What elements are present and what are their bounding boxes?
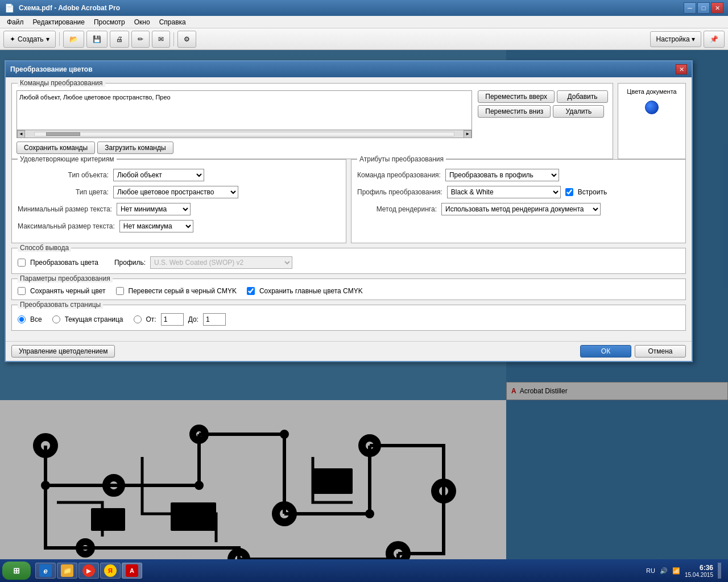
type-color-select[interactable]: Любое цветовое пространство	[113, 186, 238, 198]
taskbar-date: 15.04.2015	[685, 572, 713, 578]
commands-list[interactable]: Любой объект, Любое цветовое пространств…	[16, 90, 472, 130]
convert-colors-checkbox[interactable]	[18, 259, 26, 267]
dialog-close-button[interactable]: ✕	[676, 64, 687, 74]
cancel-button[interactable]: Отмена	[635, 345, 686, 357]
taskbar-ie[interactable]: e	[35, 563, 56, 579]
taskbar-network-icon: 📶	[672, 567, 680, 575]
open-button[interactable]: 📂	[63, 31, 84, 48]
maximize-button[interactable]: □	[697, 2, 710, 14]
params-section: Параметры преобразования Сохранять черны…	[11, 278, 686, 300]
dialog-title: Преобразование цветов	[10, 65, 676, 73]
window-controls: ─ □ ✕	[684, 2, 723, 14]
keep-black-label: Сохранять черный цвет	[30, 287, 106, 295]
scroll-track[interactable]	[34, 132, 454, 136]
email-button[interactable]: ✉	[152, 31, 170, 48]
show-desktop-icon[interactable]	[718, 563, 721, 579]
convert-profile-label: Профиль преобразования:	[357, 188, 442, 196]
command-list-item: Любой объект, Любое цветовое пространств…	[19, 94, 171, 101]
print-button[interactable]: 🖨	[110, 31, 129, 48]
output-label: Способ вывода	[18, 244, 71, 252]
menu-view[interactable]: Просмотр	[89, 17, 130, 27]
criteria-label: Удовлетворяющие критериям	[18, 155, 117, 163]
footer-left: Управление цветоделением	[11, 345, 580, 357]
colors-doc-label: Цвета документа	[623, 88, 681, 95]
dialog-body: Команды преобразования Любой объект, Люб…	[6, 77, 692, 341]
taskbar-explorer[interactable]: 📁	[57, 563, 77, 579]
pages-label: Преобразовать страницы	[18, 301, 103, 309]
toolbar-separator-2	[173, 32, 174, 46]
keep-black-checkbox[interactable]	[18, 287, 26, 295]
color-circle	[645, 101, 659, 114]
color-convert-dialog: Преобразование цветов ✕ Команды преобраз…	[5, 60, 693, 362]
save-commands-button[interactable]: Сохранить команды	[16, 142, 95, 154]
max-text-row: Максимальный размер текста: Нет максимум…	[18, 220, 340, 232]
menu-edit[interactable]: Редактирование	[28, 17, 89, 27]
create-button[interactable]: ✦ Создать ▾	[3, 31, 56, 48]
convert-gray-checkbox[interactable]	[116, 287, 124, 295]
move-up-button[interactable]: Переместить вверх	[478, 90, 555, 103]
taskbar-clock: 6:36 15.04.2015	[685, 564, 713, 578]
taskbar-yandex[interactable]: Я	[100, 563, 121, 579]
pages-range-radio[interactable]	[134, 315, 142, 323]
menu-file[interactable]: Файл	[2, 17, 28, 27]
media-icon: ▶	[82, 564, 95, 577]
close-window-button[interactable]: ✕	[711, 2, 723, 14]
min-text-label: Минимальный размер текста:	[18, 205, 112, 213]
min-text-row: Минимальный размер текста: Нет минимума	[18, 203, 340, 215]
nastroika-button[interactable]: Настройка ▾	[650, 31, 701, 47]
menu-window[interactable]: Окно	[130, 17, 155, 27]
type-object-select[interactable]: Любой объект	[113, 169, 204, 181]
convert-cmd-select[interactable]: Преобразовать в профиль	[445, 169, 559, 181]
commands-section-label: Команды преобразования	[18, 79, 105, 87]
pages-all-radio[interactable]	[18, 315, 26, 323]
yandex-icon: Я	[104, 564, 117, 577]
convert-profile-select[interactable]: Black & White	[447, 186, 561, 198]
embed-checkbox[interactable]	[565, 188, 573, 196]
toolbar-separator-1	[59, 32, 60, 46]
load-commands-button[interactable]: Загрузить команды	[97, 142, 173, 154]
color-management-button[interactable]: Управление цветоделением	[11, 345, 115, 357]
commands-bottom-btns: Переместить вниз Удалить	[478, 105, 608, 118]
list-scrollbar[interactable]: ◄ ►	[16, 130, 472, 138]
taskbar: ⊞ e 📁 ▶ Я A RU 🔊 📶 6:36 15.04.2015	[0, 559, 728, 582]
attributes-fields: Команда преобразования: Преобразовать в …	[357, 169, 680, 215]
render-method-select[interactable]: Использовать метод рендеринга документа	[441, 203, 601, 215]
commands-area: Любой объект, Любое цветовое пространств…	[16, 90, 608, 154]
profile-select[interactable]: U.S. Web Coated (SWOP) v2	[150, 256, 292, 269]
dialog-footer: Управление цветоделением ОК Отмена	[6, 341, 692, 361]
settings-button[interactable]: ⚙	[177, 31, 196, 48]
pin-button[interactable]: 📌	[704, 31, 725, 48]
menu-bar: Файл Редактирование Просмотр Окно Справк…	[0, 16, 728, 28]
minimize-button[interactable]: ─	[684, 2, 696, 14]
scroll-thumb[interactable]	[46, 132, 80, 136]
taskbar-time: 6:36	[685, 564, 713, 572]
commands-inner: Любой объект, Любое цветовое пространств…	[16, 90, 608, 138]
start-button[interactable]: ⊞	[2, 562, 31, 580]
pages-from-input[interactable]	[161, 313, 184, 326]
add-button[interactable]: Добавить	[557, 90, 608, 103]
taskbar-acrobat[interactable]: A	[122, 563, 142, 579]
keep-main-checkbox[interactable]	[247, 287, 255, 295]
move-down-button[interactable]: Переместить вниз	[478, 105, 551, 118]
scroll-right-arrow[interactable]: ►	[464, 130, 471, 138]
save-button[interactable]: 💾	[86, 31, 107, 48]
convert-cmd-row: Команда преобразования: Преобразовать в …	[357, 169, 680, 181]
taskbar-media[interactable]: ▶	[78, 563, 99, 579]
pages-to-input[interactable]	[203, 313, 226, 326]
delete-button[interactable]: Удалить	[553, 105, 604, 118]
min-text-select[interactable]: Нет минимума	[117, 203, 191, 215]
pages-current-radio[interactable]	[52, 315, 60, 323]
menu-help[interactable]: Справка	[155, 17, 191, 27]
commands-list-container: Любой объект, Любое цветовое пространств…	[16, 90, 472, 138]
edit-button[interactable]: ✏	[131, 31, 150, 48]
ok-button[interactable]: ОК	[580, 345, 631, 357]
scroll-left-arrow[interactable]: ◄	[17, 130, 25, 138]
max-text-select[interactable]: Нет максимума	[119, 220, 193, 232]
save-load-row: Сохранить команды Загрузить команды	[16, 142, 608, 154]
convert-colors-label: Преобразовать цвета	[30, 259, 98, 267]
taskbar-items: e 📁 ▶ Я A	[35, 563, 142, 579]
type-color-row: Тип цвета: Любое цветовое пространство	[18, 186, 340, 198]
colors-doc-section: Цвета документа	[618, 83, 686, 159]
commands-section: Команды преобразования Любой объект, Люб…	[11, 83, 613, 159]
embed-label: Встроить	[578, 188, 607, 196]
